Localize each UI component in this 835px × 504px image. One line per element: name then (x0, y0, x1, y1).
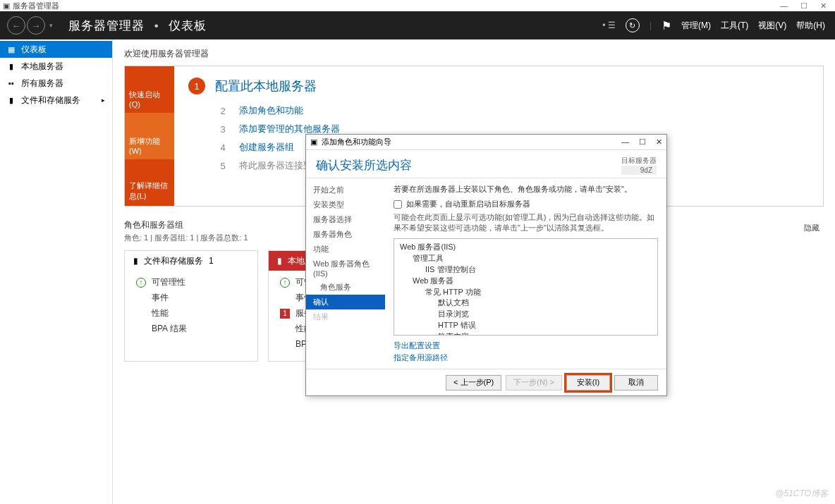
sidebar-item-label: 本地服务器 (21, 61, 63, 73)
refresh-icon[interactable]: ↻ (626, 18, 640, 32)
menu-manage[interactable]: 管理(M) (681, 20, 711, 32)
sidebar-item-label: 文件和存储服务 (21, 94, 80, 106)
nav-dropdown-icon[interactable]: ▾ (49, 22, 53, 29)
wizard-nav: 开始之前 安装类型 服务器选择 服务器角色 功能 Web 服务器角色(IIS) … (306, 178, 385, 369)
sidebar-item-all-servers[interactable]: ▪▪ 所有服务器 (0, 75, 112, 92)
sidebar: ▦ 仪表板 ▮ 本地服务器 ▪▪ 所有服务器 ▮ 文件和存储服务 ▸ (0, 39, 113, 504)
sidebar-item-label: 仪表板 (21, 44, 47, 56)
wizard-icon: ▣ (310, 137, 317, 147)
maximize-icon[interactable]: ☐ (800, 1, 807, 11)
status-ok-icon: ↑ (280, 278, 290, 288)
wizard-prev-button[interactable]: < 上一步(P) (446, 375, 501, 391)
storage-icon: ▮ (7, 96, 16, 105)
checkbox-label: 如果需要，自动重新启动目标服务器 (406, 199, 530, 209)
wizard-nav-before[interactable]: 开始之前 (306, 183, 385, 197)
tree-item: IIS 管理控制台 (400, 264, 652, 276)
tree-item: 默认文档 (400, 297, 652, 309)
task-number: 4 (217, 142, 229, 153)
outer-window-titlebar: ▣ 服务器管理器 — ☐ ✕ (0, 0, 835, 11)
chevron-dash-icon[interactable]: • ☰ (602, 20, 616, 30)
wizard-next-button: 下一步(N) > (506, 375, 562, 391)
header-separator: | (650, 20, 652, 30)
tree-item: 常见 HTTP 功能 (400, 287, 652, 298)
wizard-nav-results: 结果 (306, 309, 385, 324)
wizard-text2: 可能会在此页面上显示可选功能(如管理工具)，因为已自动选择这些功能。如果不希望安… (394, 212, 658, 234)
wizard-nav-type[interactable]: 安装类型 (306, 197, 385, 212)
wizard-nav-select[interactable]: 服务器选择 (306, 212, 385, 227)
tile-label: 新增功能(W) (129, 136, 170, 155)
hide-link[interactable]: 隐藏 (804, 223, 819, 233)
sidebar-item-dashboard[interactable]: ▦ 仪表板 (0, 41, 112, 58)
tile-quick-start[interactable]: 快速启动(Q) (125, 66, 174, 113)
task-number-1: 1 (188, 78, 205, 94)
task-number: 2 (217, 106, 229, 116)
status-error-icon: 1 (280, 309, 290, 319)
breadcrumb: 服务器管理器 • 仪表板 (68, 18, 207, 34)
card-row-label: 性能 (152, 307, 169, 319)
notifications-icon[interactable]: ⚑ (662, 19, 671, 32)
wizard-nav-roleservices[interactable]: 角色服务 (306, 280, 385, 295)
app-header: ← → ▾ 服务器管理器 • 仪表板 • ☰ ↻ | ⚑ 管理(M) 工具(T)… (0, 11, 835, 39)
wizard-footer: < 上一步(P) 下一步(N) > 安装(I) 取消 (306, 369, 666, 395)
tree-item: 管理工具 (400, 253, 652, 264)
card-row-label: 可管理性 (152, 276, 185, 288)
tree-item: Web 服务器 (400, 276, 652, 287)
tree-item: 目录浏览 (400, 309, 652, 320)
wizard-nav-confirm[interactable]: 确认 (306, 295, 385, 309)
tree-item: 静态内容 (400, 331, 652, 336)
wizard-nav-features[interactable]: 功能 (306, 242, 385, 257)
storage-icon: ▮ (133, 256, 138, 266)
card-file-storage[interactable]: ▮ 文件和存储服务 1 ↑可管理性 事件 性能 BPA 结果 (124, 250, 258, 362)
wizard-target-value: 9dZ (621, 166, 657, 175)
wizard-maximize-icon[interactable]: ☐ (639, 137, 646, 147)
wizard-install-button[interactable]: 安装(I) (566, 375, 610, 391)
nav-back-button[interactable]: ← (7, 16, 25, 35)
wizard-text1: 若要在所选服务器上安装以下角色、角色服务或功能，请单击"安装"。 (394, 184, 658, 195)
servers-icon: ▪▪ (7, 79, 16, 87)
breadcrumb-app: 服务器管理器 (68, 19, 145, 32)
card-row-label: 事件 (152, 292, 169, 304)
menu-view[interactable]: 视图(V) (758, 20, 786, 32)
app-icon: ▣ (3, 1, 10, 11)
wizard-nav-roles[interactable]: 服务器角色 (306, 227, 385, 242)
nav-forward-button[interactable]: → (27, 16, 45, 35)
card-row-label: BPA 结果 (152, 323, 187, 335)
task-number: 3 (217, 124, 229, 135)
wizard-target-label: 目标服务器 (621, 156, 657, 166)
restart-checkbox-input[interactable] (394, 200, 402, 209)
tree-item: Web 服务器(IIS) (400, 242, 652, 253)
task-heading[interactable]: 配置此本地服务器 (215, 78, 317, 94)
wizard-cancel-button[interactable]: 取消 (614, 375, 658, 391)
tile-label: 了解详细信息(L) (129, 180, 170, 202)
sidebar-item-file-storage[interactable]: ▮ 文件和存储服务 ▸ (0, 92, 112, 109)
task-number: 5 (217, 161, 229, 171)
card-count: 1 (209, 256, 214, 266)
sidebar-item-local-server[interactable]: ▮ 本地服务器 (0, 58, 112, 75)
card-title: 文件和存储服务 (144, 255, 203, 267)
tile-whats-new[interactable]: 新增功能(W) (125, 113, 174, 159)
task-create-group[interactable]: 创建服务器组 (239, 141, 294, 154)
wizard-tree: Web 服务器(IIS)管理工具IIS 管理控制台Web 服务器常见 HTTP … (394, 238, 658, 336)
tree-item: HTTP 错误 (400, 320, 652, 331)
minimize-icon[interactable]: — (780, 1, 788, 11)
tile-label: 快速启动(Q) (129, 90, 170, 109)
wizard-close-icon[interactable]: ✕ (656, 137, 662, 147)
add-roles-wizard: ▣ 添加角色和功能向导 — ☐ ✕ 确认安装所选内容 目标服务器 9dZ 开始之… (305, 134, 667, 396)
outer-window-title: 服务器管理器 (13, 1, 59, 11)
status-ok-icon: ↑ (136, 278, 146, 288)
menu-help[interactable]: 帮助(H) (796, 20, 825, 32)
menu-tools[interactable]: 工具(T) (721, 20, 748, 32)
task-add-roles[interactable]: 添加角色和功能 (239, 104, 303, 117)
wizard-restart-checkbox[interactable]: 如果需要，自动重新启动目标服务器 (394, 199, 658, 209)
wizard-export-link[interactable]: 导出配置设置 (394, 340, 658, 352)
wizard-minimize-icon[interactable]: — (621, 137, 629, 147)
welcome-text: 欢迎使用服务器管理器 (124, 48, 824, 60)
tile-learn-more[interactable]: 了解详细信息(L) (125, 159, 174, 206)
watermark: @51CTO博客 (775, 488, 828, 500)
sidebar-item-label: 所有服务器 (21, 78, 63, 90)
wizard-titlebar: ▣ 添加角色和功能向导 — ☐ ✕ (306, 135, 666, 150)
wizard-nav-iis[interactable]: Web 服务器角色(IIS) (306, 257, 385, 280)
wizard-altsrc-link[interactable]: 指定备用源路径 (394, 352, 658, 364)
chevron-right-icon: ▸ (102, 97, 105, 104)
close-icon[interactable]: ✕ (820, 1, 827, 11)
